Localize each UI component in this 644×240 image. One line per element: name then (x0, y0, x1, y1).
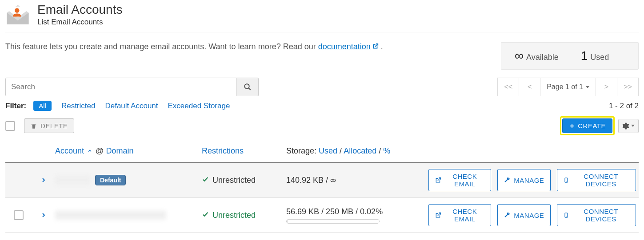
create-button[interactable]: CREATE (562, 118, 612, 133)
delete-button[interactable]: DELETE (24, 118, 74, 133)
search-input[interactable] (5, 78, 236, 96)
storage-usage: 56.69 KB / 250 MB / 0.02% (286, 207, 428, 224)
default-badge: Default (95, 175, 126, 185)
result-range: 1 - 2 of 2 (609, 102, 639, 110)
open-icon (435, 177, 441, 183)
restriction-status: Unrestricted (202, 176, 286, 185)
create-highlight: CREATE (560, 116, 615, 135)
gear-icon (622, 122, 629, 130)
stats-box: ∞ Available 1 Used (501, 42, 639, 70)
documentation-link[interactable]: documentation (318, 42, 379, 51)
wrench-icon (504, 212, 510, 218)
wrench-icon (504, 177, 510, 183)
at-separator: @ (96, 146, 104, 155)
pager-prev-button[interactable]: < (519, 78, 540, 96)
check-email-button[interactable]: CHECK EMAIL (428, 169, 491, 191)
manage-button[interactable]: MANAGE (497, 204, 551, 226)
check-icon (202, 211, 209, 220)
connect-devices-button[interactable]: CONNECT DEVICES (557, 169, 636, 191)
filter-restricted[interactable]: Restricted (61, 102, 96, 110)
trash-icon (31, 123, 37, 129)
feature-description: This feature lets you create and manage … (5, 42, 383, 51)
pagination: << < Page 1 of 1 > >> (497, 78, 639, 96)
table-row: Default Unrestricted 140.92 KB / ∞ CHECK… (5, 163, 639, 198)
svg-line-5 (248, 88, 251, 90)
sort-percent[interactable]: % (383, 146, 390, 155)
description-suffix: . (379, 42, 383, 51)
column-header-storage: Storage: Used / Allocated / % (286, 146, 428, 156)
check-icon (202, 176, 209, 185)
open-icon (435, 212, 441, 218)
sort-asc-icon (87, 146, 92, 155)
svg-point-3 (15, 8, 20, 13)
sort-used[interactable]: Used (319, 146, 337, 155)
pager-next-button[interactable]: > (596, 78, 617, 96)
stat-available-value: ∞ (515, 49, 524, 63)
table-row: Unrestricted 56.69 KB / 250 MB / 0.02% C… (5, 198, 639, 233)
filter-all[interactable]: All (33, 101, 52, 111)
pager-page-dropdown[interactable]: Page 1 of 1 (540, 78, 596, 96)
svg-point-4 (244, 84, 249, 89)
description-prefix: This feature lets you create and manage … (5, 42, 318, 51)
external-link-icon (372, 42, 379, 51)
restriction-link[interactable]: Unrestricted (202, 211, 286, 220)
row-checkbox[interactable] (14, 210, 24, 220)
filter-label: Filter: (5, 102, 26, 110)
account-name-redacted (55, 176, 91, 185)
storage-progress-bar (286, 219, 380, 224)
expand-row-button[interactable] (32, 177, 55, 184)
account-name-redacted (55, 211, 166, 220)
storage-usage: 140.92 KB / ∞ (286, 176, 428, 185)
column-header-account[interactable]: Account @ Domain (55, 146, 202, 156)
stat-used-value: 1 (581, 49, 588, 63)
page-subtitle: List Email Accounts (37, 18, 122, 27)
connect-devices-button[interactable]: CONNECT DEVICES (557, 204, 636, 226)
caret-down-icon (631, 125, 635, 127)
plus-icon (569, 123, 575, 129)
mobile-icon (564, 212, 569, 218)
stat-available-label: Available (526, 53, 559, 62)
pager-last-button[interactable]: >> (617, 78, 639, 96)
settings-button[interactable] (618, 119, 639, 133)
filter-exceeded-storage[interactable]: Exceeded Storage (168, 102, 230, 110)
filter-default-account[interactable]: Default Account (105, 102, 158, 110)
sort-allocated[interactable]: Allocated (344, 146, 376, 155)
manage-button[interactable]: MANAGE (497, 169, 551, 191)
mobile-icon (564, 177, 569, 183)
page-title: Email Accounts (37, 3, 122, 17)
caret-down-icon (586, 86, 589, 88)
search-icon (244, 83, 252, 91)
column-header-restrictions[interactable]: Restrictions (202, 146, 286, 156)
email-accounts-icon (5, 3, 30, 28)
stat-used-label: Used (590, 53, 609, 62)
select-all-checkbox[interactable] (5, 121, 15, 131)
check-email-button[interactable]: CHECK EMAIL (428, 204, 491, 226)
expand-row-button[interactable] (32, 212, 55, 219)
pager-first-button[interactable]: << (497, 78, 519, 96)
search-button[interactable] (236, 78, 259, 96)
